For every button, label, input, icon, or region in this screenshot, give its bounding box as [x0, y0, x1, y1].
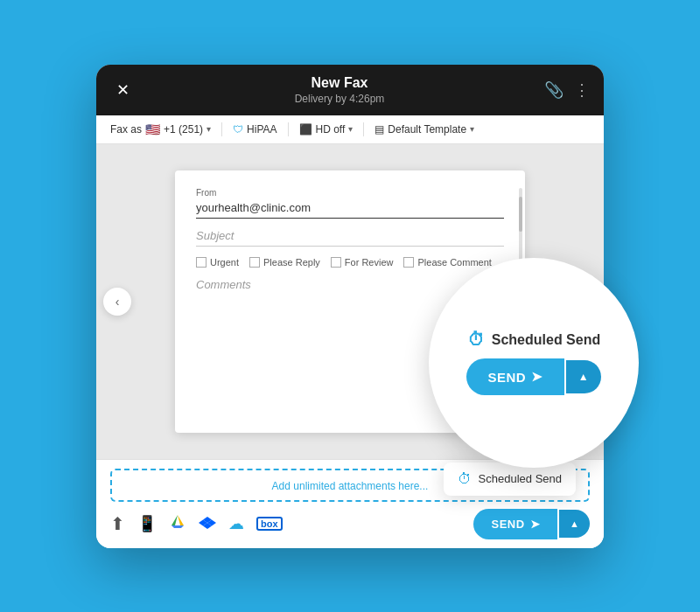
- title-bar: ✕ New Fax Delivery by 4:26pm 📎 ⋮: [96, 65, 604, 115]
- checkbox-urgent[interactable]: Urgent: [196, 257, 239, 268]
- svg-marker-1: [178, 515, 184, 525]
- title-center: New Fax Delivery by 4:26pm: [135, 75, 544, 105]
- shield-icon: 🛡: [233, 123, 243, 136]
- subject-input[interactable]: Subject: [196, 229, 504, 247]
- separator-2: [288, 122, 289, 136]
- zoom-send-label: SEND: [487, 370, 526, 385]
- checkbox-for-review[interactable]: For Review: [331, 257, 394, 268]
- hd-toggle[interactable]: ⬛ HD off ▾: [299, 123, 354, 136]
- from-label: From: [196, 188, 504, 198]
- window-subtitle: Delivery by 4:26pm: [135, 93, 544, 105]
- send-label: SEND: [491, 518, 524, 531]
- zoom-scheduled-send-label: Scheduled Send: [492, 332, 600, 348]
- bottom-bar: Add unlimited attachments here... ⬆ 📱: [96, 459, 604, 548]
- scheduled-send-dropdown-icon: ⏱: [458, 471, 472, 487]
- send-button[interactable]: SEND ➤: [473, 509, 557, 539]
- main-content: ‹ From Subject Urgent Please Reply: [96, 144, 604, 459]
- zoom-send-button[interactable]: SEND ➤: [466, 358, 564, 395]
- google-drive-icon[interactable]: [169, 513, 186, 535]
- template-label: Default Template: [388, 123, 466, 136]
- close-button[interactable]: ✕: [110, 78, 135, 102]
- fax-as-chevron: ▾: [206, 124, 211, 134]
- bottom-icons: ⬆ 📱 ☁: [110, 513, 283, 535]
- zoom-send-arrow-icon: ➤: [531, 369, 543, 385]
- window-title: New Fax: [135, 75, 544, 91]
- scheduled-send-dropdown-label: Scheduled Send: [479, 472, 562, 485]
- nav-arrow-left[interactable]: ‹: [103, 288, 131, 316]
- left-arrow-icon: ‹: [116, 295, 120, 309]
- checkbox-row: Urgent Please Reply For Review Please Co…: [196, 257, 504, 268]
- hipaa-toggle[interactable]: 🛡 HiPAA: [233, 123, 276, 136]
- country-code: +1 (251): [164, 123, 203, 136]
- template-icon: ▤: [374, 123, 384, 136]
- app-window: ✕ New Fax Delivery by 4:26pm 📎 ⋮ Fax as …: [96, 65, 604, 548]
- hipaa-label: HiPAA: [247, 123, 276, 136]
- box-icon[interactable]: box: [256, 517, 283, 531]
- mobile-icon[interactable]: 📱: [137, 514, 157, 533]
- checkbox-please-reply-box[interactable]: [249, 257, 260, 268]
- fax-as-selector[interactable]: Fax as 🇺🇸 +1 (251) ▾: [110, 122, 211, 136]
- checkbox-urgent-box[interactable]: [196, 257, 206, 268]
- separator-1: [221, 122, 222, 136]
- title-bar-right: 📎 ⋮: [544, 80, 590, 100]
- attachments-text: Add unlimited attachments here...: [272, 480, 429, 492]
- bottom-toolbar: ⬆ 📱 ☁: [110, 509, 590, 539]
- template-chevron: ▾: [470, 124, 474, 134]
- cloud-icon[interactable]: ☁: [228, 514, 244, 533]
- svg-marker-0: [172, 515, 178, 525]
- checkbox-please-comment[interactable]: Please Comment: [403, 257, 491, 268]
- from-input[interactable]: [196, 201, 504, 219]
- send-chevron-icon: ▲: [570, 518, 579, 529]
- doc-scrollbar-thumb: [519, 197, 522, 232]
- send-btn-row: ⏱ Scheduled Send SEND ➤ ▲: [473, 509, 590, 539]
- attachment-icon[interactable]: 📎: [544, 80, 564, 100]
- send-arrow-icon: ➤: [530, 518, 541, 531]
- checkbox-for-review-box[interactable]: [331, 257, 341, 268]
- from-row: From: [196, 188, 504, 219]
- scheduled-send-dropdown[interactable]: ⏱ Scheduled Send: [444, 462, 576, 496]
- zoom-send-btn-row: SEND ➤ ▲: [466, 358, 600, 395]
- send-chevron-button[interactable]: ▲: [559, 510, 590, 538]
- flag-icon: 🇺🇸: [145, 122, 160, 136]
- zoom-scheduled-send[interactable]: ⏱ Scheduled Send: [467, 330, 600, 350]
- svg-marker-2: [172, 525, 184, 528]
- zoom-clock-icon: ⏱: [467, 330, 485, 350]
- dropbox-icon[interactable]: [199, 513, 216, 535]
- hd-chevron: ▾: [348, 124, 353, 134]
- separator-3: [363, 122, 364, 136]
- more-icon[interactable]: ⋮: [574, 80, 590, 100]
- template-selector[interactable]: ▤ Default Template ▾: [374, 123, 474, 136]
- upload-icon[interactable]: ⬆: [110, 513, 125, 534]
- checkbox-please-reply[interactable]: Please Reply: [249, 257, 320, 268]
- zoom-chevron-up-icon: ▲: [578, 371, 589, 383]
- hd-label: HD off: [316, 123, 346, 136]
- fax-as-label: Fax as: [110, 123, 142, 136]
- zoom-send-chevron-button[interactable]: ▲: [566, 360, 601, 393]
- toolbar: Fax as 🇺🇸 +1 (251) ▾ 🛡 HiPAA ⬛ HD off ▾ …: [96, 115, 604, 144]
- checkbox-please-comment-box[interactable]: [403, 257, 414, 268]
- zoom-circle-popup: ⏱ Scheduled Send SEND ➤ ▲: [429, 258, 639, 468]
- subject-row: Subject: [196, 229, 504, 247]
- hd-icon: ⬛: [299, 123, 312, 136]
